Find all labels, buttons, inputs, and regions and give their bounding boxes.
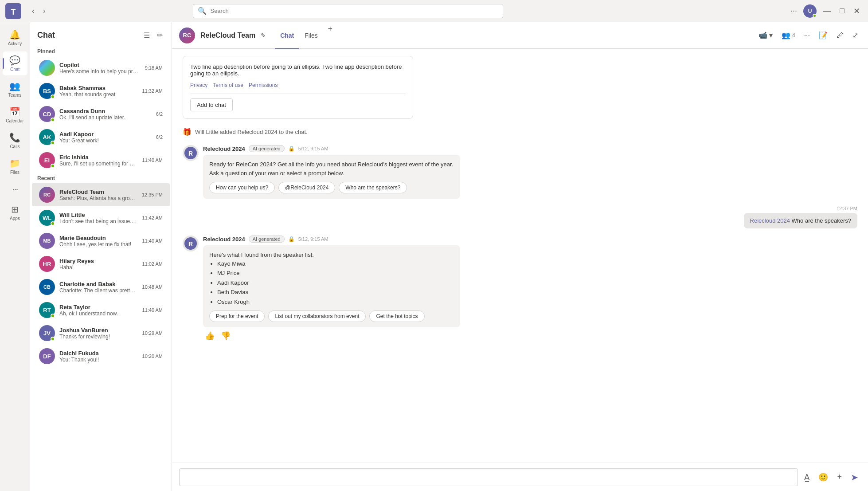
online-status-dot: [51, 118, 55, 122]
messages-area: Two line app description before going to…: [172, 49, 868, 463]
send-button[interactable]: ➤: [848, 469, 861, 485]
bot-name-2: Relecloud 2024: [203, 236, 245, 243]
left-navigation: 🔔 Activity 💬 Chat 👥 Teams 📅 Calendar 📞 C…: [0, 22, 30, 491]
chat-time: 10:20 AM: [142, 354, 163, 359]
more-options-button[interactable]: ···: [788, 4, 800, 18]
chat-preview: Ohhh I see, yes let me fix that!: [59, 241, 138, 247]
sidebar-item-more[interactable]: ···: [3, 180, 27, 199]
format-button[interactable]: A̲: [802, 470, 812, 485]
bot-content: Relecloud 2024 AI generated 🔒 5/12, 9:15…: [203, 145, 857, 199]
more-header-button[interactable]: ···: [802, 29, 813, 42]
add-tab-button[interactable]: +: [323, 22, 337, 36]
edit-chat-icon[interactable]: ✎: [261, 32, 266, 39]
chat-time: 6/2: [156, 134, 163, 140]
minimize-button[interactable]: —: [820, 4, 833, 18]
sidebar-item-calls[interactable]: 📞 Calls: [3, 129, 27, 153]
chat-name: Aadi Kapoor: [59, 131, 152, 137]
chat-info: Copilot Here's some info to help you pre…: [59, 62, 141, 75]
chat-time: 10:48 AM: [142, 284, 163, 290]
chat-time: 12:35 PM: [142, 192, 163, 197]
activity-icon: 🔔: [9, 29, 20, 40]
sidebar-item-files[interactable]: 📁 Files: [3, 154, 27, 178]
list-item[interactable]: AK Aadi Kapoor You: Great work! 6/2: [32, 126, 170, 149]
emoji-button[interactable]: 🙂: [816, 470, 831, 485]
list-item[interactable]: RT Reta Taylor Ah, ok I understand now. …: [32, 299, 170, 322]
bot-message-1: R Relecloud 2024 AI generated 🔒 5/12, 9:…: [183, 145, 857, 199]
chat-info: Aadi Kapoor You: Great work!: [59, 131, 152, 144]
tab-chat[interactable]: Chat: [275, 23, 299, 49]
chat-info: ReleCloud Team Sarah: Plus, Atlanta has …: [59, 189, 137, 201]
list-item[interactable]: CD Cassandra Dunn Ok. I'll send an updat…: [32, 102, 170, 126]
apps-icon: ⊞: [11, 204, 19, 215]
forward-button[interactable]: ›: [39, 4, 49, 18]
chat-time: 9:18 AM: [145, 65, 163, 71]
compose-input[interactable]: [179, 468, 798, 486]
prompt-button-1[interactable]: How can you help us?: [209, 182, 275, 193]
privacy-link[interactable]: Privacy: [190, 82, 207, 88]
list-item[interactable]: CB Charlotte and Babak Charlotte: The cl…: [32, 275, 170, 299]
sidebar-item-teams[interactable]: 👥 Teams: [3, 77, 27, 101]
back-button[interactable]: ‹: [28, 4, 38, 18]
prompt-button-collaborators[interactable]: List out my collaborators from event: [268, 310, 366, 322]
sidebar-item-chat[interactable]: 💬 Chat: [3, 51, 27, 75]
prompt-button-3[interactable]: Who are the speakers?: [339, 182, 407, 193]
thumbs-down-button[interactable]: 👎: [219, 330, 232, 342]
maximize-button[interactable]: □: [837, 4, 847, 18]
list-item[interactable]: MB Marie Beaudouin Ohhh I see, yes let m…: [32, 229, 170, 252]
bot-bubble: Ready for ReleCon 2024? Get all the info…: [203, 155, 460, 199]
permissions-link[interactable]: Permissions: [249, 82, 278, 88]
notes-button[interactable]: 📝: [816, 28, 830, 42]
calls-label: Calls: [10, 144, 20, 149]
prompt-button-topics[interactable]: Get the hot topics: [369, 310, 424, 322]
list-item[interactable]: HR Hilary Reyes Haha! 11:02 AM: [32, 252, 170, 275]
search-input[interactable]: [210, 8, 498, 14]
bot-bubble-2: Here's what I found from the speaker lis…: [203, 245, 460, 327]
people-count: 4: [792, 32, 795, 39]
list-item[interactable]: WL Will Little I don't see that being an…: [32, 206, 170, 229]
svg-text:R: R: [188, 240, 193, 247]
avatar: AK: [39, 129, 55, 145]
close-button[interactable]: ✕: [851, 4, 863, 19]
chat-preview: Sarah: Plus, Atlanta has a growing tech …: [59, 195, 137, 201]
speaker-1: Kayo Miwa: [217, 259, 454, 268]
sidebar-item-calendar[interactable]: 📅 Calendar: [3, 103, 27, 127]
tab-files[interactable]: Files: [299, 23, 323, 49]
add-to-chat-button[interactable]: Add to chat: [190, 98, 233, 111]
people-button[interactable]: 👥 4: [779, 28, 798, 42]
list-item[interactable]: DF Daichi Fukuda You: Thank you!! 10:20 …: [32, 345, 170, 368]
chat-preview: Charlotte: The client was pretty happy w…: [59, 287, 138, 294]
prompt-button-2[interactable]: @ReleCloud 2024: [278, 182, 335, 193]
whiteboard-button[interactable]: 🖊: [834, 29, 846, 42]
video-call-button[interactable]: 📹 ▾: [756, 28, 775, 42]
thumbs-up-button[interactable]: 👍: [203, 330, 216, 342]
attach-button[interactable]: +: [834, 470, 845, 484]
list-item[interactable]: Copilot Here's some info to help you pre…: [32, 56, 170, 79]
list-item[interactable]: BS Babak Shammas Yeah, that sounds great…: [32, 79, 170, 102]
avatar: RT: [39, 302, 55, 318]
ai-badge-2: AI generated: [249, 236, 285, 243]
chat-name: ReleCloud Team: [59, 189, 137, 195]
calendar-icon: 📅: [9, 106, 20, 117]
chat-time: 11:32 AM: [142, 88, 163, 94]
bot-name: Relecloud 2024: [203, 145, 245, 152]
system-message: 🎁 Will Little added Relecloud 2024 to th…: [183, 126, 857, 138]
terms-link[interactable]: Terms of use: [213, 82, 243, 88]
recent-section-label: Recent: [30, 172, 172, 183]
chat-info: Marie Beaudouin Ohhh I see, yes let me f…: [59, 235, 138, 247]
sidebar-header: Chat ☰ ✏: [30, 22, 172, 45]
filter-button[interactable]: ☰: [142, 29, 152, 41]
sidebar-item-activity[interactable]: 🔔 Activity: [3, 26, 27, 50]
chat-name: Charlotte and Babak: [59, 281, 138, 287]
files-icon: 📁: [9, 158, 20, 169]
user-avatar[interactable]: U: [803, 4, 817, 18]
expand-button[interactable]: ⤢: [850, 28, 861, 42]
list-item[interactable]: RC ReleCloud Team Sarah: Plus, Atlanta h…: [32, 183, 170, 206]
chat-name: Daichi Fukuda: [59, 350, 138, 357]
chat-preview: Thanks for reviewing!: [59, 334, 138, 340]
sidebar-item-apps[interactable]: ⊞ Apps: [3, 200, 27, 224]
prompt-button-prep[interactable]: Prep for the event: [209, 310, 265, 322]
list-item[interactable]: JV Joshua VanBuren Thanks for reviewing!…: [32, 322, 170, 345]
new-chat-button[interactable]: ✏: [155, 29, 164, 41]
list-item[interactable]: EI Eric Ishida Sure, I'll set up somethi…: [32, 149, 170, 172]
online-status-dot: [51, 164, 55, 168]
